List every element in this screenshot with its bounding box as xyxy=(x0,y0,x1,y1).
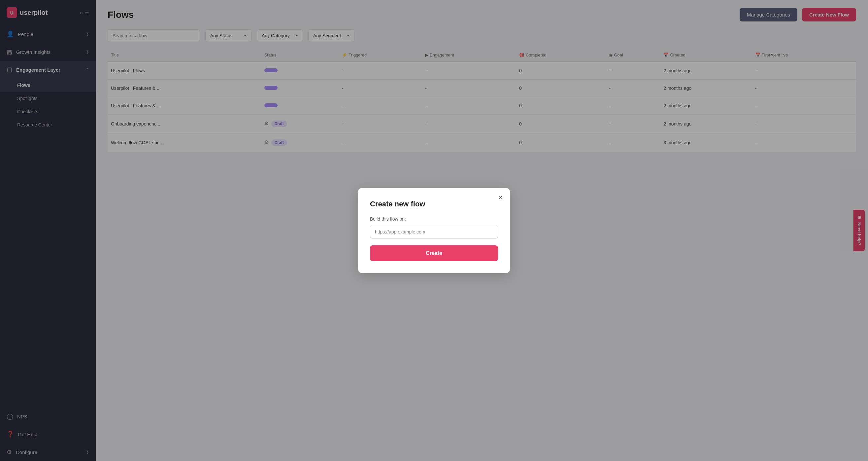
modal-url-label: Build this flow on: xyxy=(370,216,498,222)
modal-url-input[interactable] xyxy=(370,225,498,239)
modal-overlay[interactable]: × Create new flow Build this flow on: Cr… xyxy=(0,0,868,461)
create-flow-modal: × Create new flow Build this flow on: Cr… xyxy=(358,188,510,273)
modal-title: Create new flow xyxy=(370,200,498,208)
modal-close-button[interactable]: × xyxy=(498,194,503,201)
modal-create-button[interactable]: Create xyxy=(370,246,498,261)
